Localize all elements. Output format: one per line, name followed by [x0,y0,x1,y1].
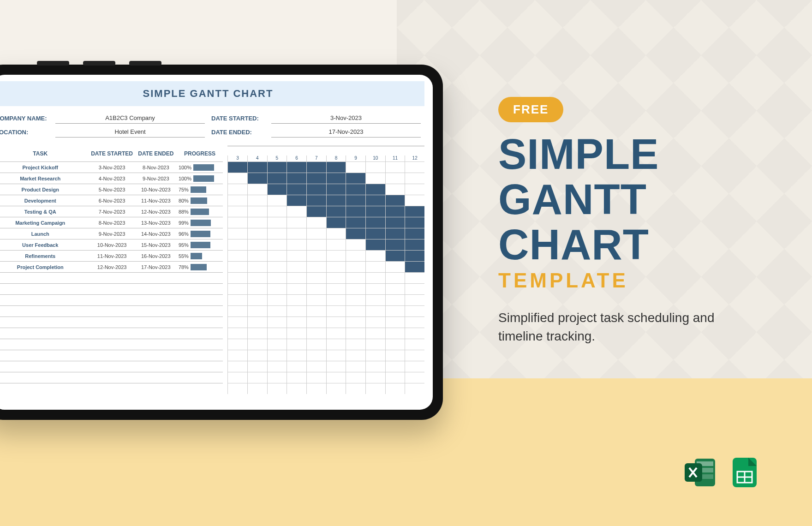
task-name: Market Research [0,176,89,181]
gantt-cell [227,228,247,239]
task-table: TASK DATE STARTED DATE ENDED PROGRESS Pr… [0,146,223,394]
gantt-cell [346,228,365,239]
gantt-cell [287,217,306,228]
gantt-row [227,161,424,173]
gantt-empty-row [227,272,424,283]
gantt-cell [346,251,365,261]
gantt-cell [365,206,385,217]
empty-row [0,294,223,305]
gantt-cell [326,217,346,228]
table-row: Refinements11-Nov-202316-Nov-202355% [0,250,223,261]
gantt-cell [306,206,326,217]
gantt-cell [287,195,306,206]
gantt-cell [365,184,385,195]
gantt-cell [385,173,405,184]
task-name: Refinements [0,253,89,259]
gantt-cell [287,162,306,173]
gantt-cell [385,251,405,261]
google-sheets-icon [728,456,761,489]
gantt-cell [247,262,267,272]
table-row: Development6-Nov-202311-Nov-202380% [0,195,223,206]
day-header: 8 [326,155,346,161]
task-progress: 95% [177,242,223,248]
gantt-cell [267,251,287,261]
gantt-cell [365,262,385,272]
company-value: A1B2C3 Company [55,113,205,124]
date-started-value: 3-Nov-2023 [271,113,421,124]
empty-row [0,272,223,283]
gantt-cell [326,228,346,239]
task-end: 10-Nov-2023 [135,187,177,192]
gantt-cell [385,239,405,250]
gantt-row [227,239,424,250]
excel-icon [684,456,717,489]
gantt-cell [247,228,267,239]
gantt-cell [247,162,267,173]
promo-panel: FREE SIMPLE GANTT CHART TEMPLATE Simplif… [498,97,761,345]
chart-title: SIMPLE GANTT CHART [0,81,424,106]
gantt-cell [405,251,424,261]
task-name: Launch [0,231,89,237]
gantt-cell [385,206,405,217]
gantt-cell [346,173,365,184]
gantt-cell [385,162,405,173]
gantt-row [227,173,424,184]
gantt-cell [227,195,247,206]
gantt-cell [287,173,306,184]
gantt-cell [346,217,365,228]
gantt-cell [346,206,365,217]
gantt-cell [326,262,346,272]
day-header: 10 [365,155,385,161]
task-start: 8-Nov-2023 [89,220,135,226]
gantt-cell [247,184,267,195]
day-header: 3 [227,155,247,161]
gantt-cell [346,162,365,173]
gantt-grid: 3456789101112 [227,146,424,394]
task-start: 3-Nov-2023 [89,165,135,170]
gantt-empty-row [227,328,424,339]
task-progress: 100% [177,164,223,171]
gantt-cell [405,195,424,206]
gantt-cell [287,228,306,239]
gantt-cell [405,228,424,239]
gantt-cell [247,239,267,250]
gantt-cell [287,206,306,217]
gantt-cell [385,262,405,272]
col-progress: PROGRESS [177,150,223,157]
task-progress: 88% [177,209,223,215]
date-ended-value: 17-Nov-2023 [271,126,421,137]
task-start: 7-Nov-2023 [89,209,135,215]
gantt-cell [385,184,405,195]
gantt-cell [346,195,365,206]
task-name: Project Completion [0,264,89,270]
gantt-cell [405,239,424,250]
gantt-cell [405,162,424,173]
gantt-cell [306,228,326,239]
day-header: 5 [267,155,287,161]
day-header: 11 [385,155,405,161]
gantt-cell [365,239,385,250]
task-end: 17-Nov-2023 [135,264,177,270]
gantt-cell [227,262,247,272]
empty-row [0,305,223,317]
gantt-empty-row [227,372,424,383]
gantt-cell [365,228,385,239]
gantt-empty-row [227,339,424,350]
task-end: 14-Nov-2023 [135,231,177,237]
table-row: Testing & QA7-Nov-202312-Nov-202388% [0,206,223,217]
gantt-cell [247,251,267,261]
gantt-cell [227,162,247,173]
gantt-cell [306,173,326,184]
date-started-label: DATE STARTED: [211,115,271,122]
day-header: 6 [287,155,306,161]
gantt-empty-row [227,361,424,372]
task-end: 11-Nov-2023 [135,198,177,203]
task-end: 16-Nov-2023 [135,253,177,259]
task-progress: 96% [177,231,223,237]
task-start: 9-Nov-2023 [89,231,135,237]
gantt-empty-row [227,283,424,294]
gantt-cell [326,206,346,217]
gantt-cell [385,228,405,239]
gantt-cell [365,162,385,173]
table-row: Marketing Campaign8-Nov-202313-Nov-20239… [0,217,223,228]
